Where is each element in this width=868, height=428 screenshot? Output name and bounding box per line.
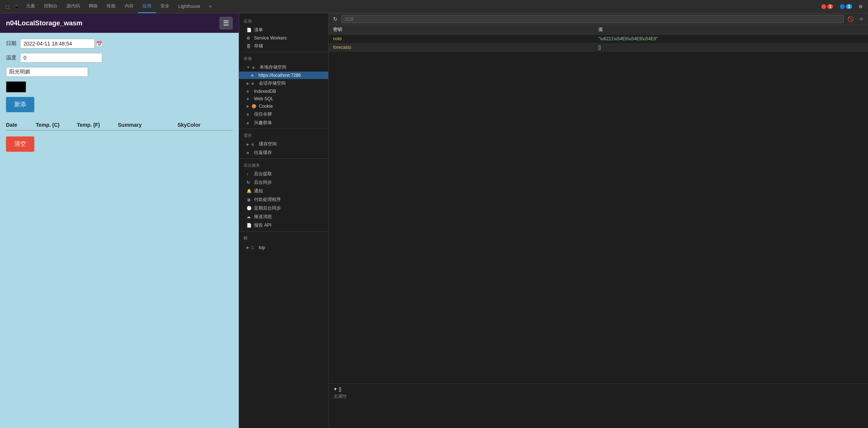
sidebar-item-payment-handler[interactable]: 🖥 付款处理程序 [239, 195, 328, 204]
date-form-group: 日期 📅 [6, 39, 233, 48]
summary-input[interactable] [6, 67, 88, 77]
app-titlebar: n04LocalStorage_wasm ☰ [0, 13, 239, 33]
filter-bar: ↻ 🚫 ✕ [329, 13, 868, 25]
separator-3 [239, 158, 328, 159]
tab-performance[interactable]: 性能 [102, 0, 120, 13]
sidebar-item-local-storage[interactable]: ▼ ≡ 本地存储空间 [239, 63, 328, 72]
tab-more[interactable]: » [205, 0, 216, 13]
section-label-app: 应用 [239, 16, 328, 26]
tab-security[interactable]: 安全 [156, 0, 174, 13]
sidebar-item-bg-fetch[interactable]: ↑ 后台提取 [239, 170, 328, 178]
sidebar-item-websql-label: Web SQL [254, 96, 273, 101]
sidebar-item-cache-storage[interactable]: ▶ ≡ 缓存空间 [239, 140, 328, 148]
devtools-preview: ▼ [] 无属性 [329, 383, 868, 428]
devtools-sidebar: 应用 📄 清单 ⚙ Service Workers 🗄 存储 存储 ▼ [239, 13, 329, 428]
sidebar-item-local-storage-label: 本地存储空间 [260, 64, 286, 70]
sidebar-item-service-workers[interactable]: ⚙ Service Workers [239, 34, 328, 42]
cookie-icon: 🍪 [251, 104, 257, 109]
top-frame-icon: □ [251, 245, 257, 250]
tab-network[interactable]: 网络 [84, 0, 102, 13]
cursor-icon-btn[interactable]: ⬚ [3, 3, 12, 10]
sidebar-item-session-storage[interactable]: ▶ ≡ 会话存储空间 [239, 79, 328, 88]
tab-application[interactable]: 应用 [138, 0, 156, 13]
sidebar-item-cache-storage-label: 缓存空间 [259, 141, 277, 147]
settings-btn[interactable]: ⚙ [856, 3, 865, 10]
table-row-forecasts[interactable]: forecasts [] [329, 43, 868, 52]
sidebar-item-trust-token[interactable]: ≡ 信任令牌 [239, 110, 328, 119]
filter-clear-button[interactable]: ✕ [858, 15, 865, 23]
sidebar-item-bg-sync-label: 后台同步 [254, 179, 272, 186]
table-row-note[interactable]: note "\u6211\u54E6\u54E6\u54E6" [329, 35, 868, 43]
filter-input[interactable] [341, 15, 844, 23]
sidebar-item-reporting-api[interactable]: 📄 报告 API [239, 221, 328, 230]
sidebar-item-back-forward-cache[interactable]: ≡ 往返缓存 [239, 148, 328, 157]
app-content: 日期 📅 温度 新添 Date Temp. ( [0, 33, 239, 428]
manifest-icon: 📄 [247, 28, 252, 32]
col-summary: Summary [118, 122, 178, 128]
key-forecasts: forecasts [333, 45, 598, 50]
sidebar-item-cookie[interactable]: ▶ 🍪 Cookie [239, 103, 328, 110]
tab-lighthouse[interactable]: Lighthouse [174, 0, 205, 13]
separator-1 [239, 52, 328, 52]
tab-elements[interactable]: 元素 [22, 0, 40, 13]
sidebar-item-reporting-api-label: 报告 API [254, 222, 272, 229]
device-icon-btn[interactable]: 📱 [12, 3, 22, 10]
color-swatch[interactable] [6, 81, 26, 92]
devtools-top-tabs: ⬚ 📱 元素 控制台 源代码 网络 性能 内存 应用 安全 Lighthouse… [3, 0, 216, 13]
sidebar-item-push-messaging[interactable]: ☁ 推送消息 [239, 213, 328, 221]
separator-2 [239, 129, 328, 129]
bg-sync-icon: ↻ [247, 180, 252, 185]
sidebar-item-payment-handler-label: 付款处理程序 [254, 196, 281, 203]
bg-fetch-icon: ↑ [247, 172, 252, 176]
sidebar-item-notifications[interactable]: 🔔 通知 [239, 187, 328, 195]
sidebar-item-top-frame[interactable]: ▶ □ top [239, 244, 328, 251]
service-workers-icon: ⚙ [247, 36, 252, 41]
col-value: 值 [598, 26, 864, 33]
temp-input[interactable] [20, 53, 102, 63]
section-label-cache: 缓存 [239, 130, 328, 140]
filter-block-btn[interactable]: 🚫 [846, 15, 855, 23]
error-count: 1 [827, 4, 833, 9]
sidebar-item-top-frame-label: top [259, 245, 265, 250]
sidebar-item-periodic-sync[interactable]: 🕐 定期后台同步 [239, 204, 328, 213]
devtools-panel: 应用 📄 清单 ⚙ Service Workers 🗄 存储 存储 ▼ [239, 13, 868, 428]
tab-console[interactable]: 控制台 [40, 0, 62, 13]
tab-sources[interactable]: 源代码 [62, 0, 84, 13]
add-button[interactable]: 新添 [6, 97, 34, 112]
summary-form-group [6, 67, 233, 77]
clear-button[interactable]: 清空 [6, 136, 34, 152]
sidebar-item-session-storage-label: 会话存储空间 [259, 80, 286, 86]
temp-label: 温度 [6, 54, 17, 61]
value-forecasts: [] [598, 45, 864, 50]
sidebar-item-bg-sync[interactable]: ↻ 后台同步 [239, 178, 328, 187]
sidebar-item-storage-main[interactable]: 🗄 存储 [239, 42, 328, 50]
session-storage-expand-icon: ▶ [247, 82, 249, 85]
cache-storage-icon: ≡ [251, 142, 257, 147]
sidebar-item-interest-group[interactable]: ≡ 兴趣群体 [239, 119, 328, 127]
cookie-expand-icon: ▶ [247, 104, 249, 108]
warning-badge-btn[interactable]: 🔵 1 [837, 3, 854, 10]
refresh-button[interactable]: ↻ [332, 15, 339, 23]
temp-form-group: 温度 [6, 53, 233, 63]
sidebar-item-localhost[interactable]: ≡ https://localhost:7286 [239, 72, 328, 79]
value-note: "\u6211\u54E6\u54E6\u54E6" [598, 36, 864, 41]
col-date: Date [6, 122, 36, 128]
sidebar-item-localhost-label: https://localhost:7286 [258, 73, 301, 78]
topbar-icons: 🔴 1 🔵 1 ⚙ [819, 3, 865, 10]
cache-storage-expand-icon: ▶ [247, 142, 249, 146]
key-note: note [333, 36, 598, 41]
calendar-icon[interactable]: 📅 [96, 41, 102, 47]
separator-4 [239, 231, 328, 232]
tab-memory[interactable]: 内存 [120, 0, 138, 13]
sidebar-item-manifest[interactable]: 📄 清单 [239, 26, 328, 34]
date-input[interactable] [20, 39, 95, 48]
sidebar-item-indexeddb[interactable]: ≡ IndexedDB [239, 88, 328, 95]
hamburger-button[interactable]: ☰ [219, 17, 233, 29]
sidebar-item-websql[interactable]: ≡ Web SQL [239, 95, 328, 103]
sidebar-item-interest-group-label: 兴趣群体 [254, 120, 272, 126]
date-input-wrapper: 📅 [20, 39, 102, 48]
error-badge-btn[interactable]: 🔴 1 [819, 3, 836, 10]
preview-header: ▼ [] [333, 387, 864, 392]
push-messaging-icon: ☁ [247, 214, 252, 219]
interest-group-icon: ≡ [247, 121, 252, 125]
